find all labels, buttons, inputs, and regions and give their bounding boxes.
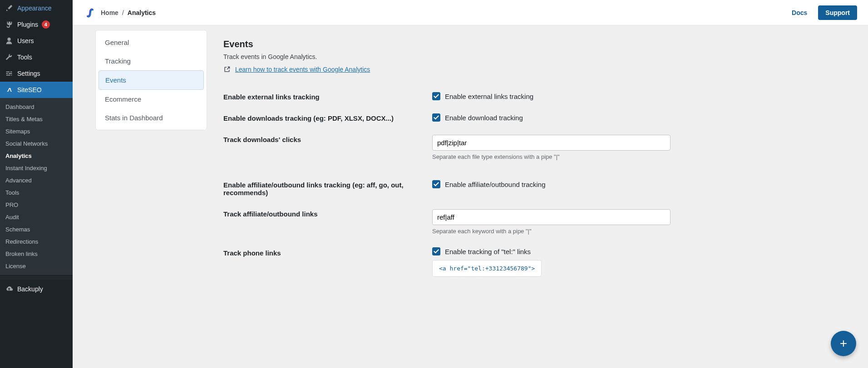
menu-separator <box>0 277 73 279</box>
submenu-analytics[interactable]: Analytics <box>0 150 73 162</box>
user-icon <box>5 36 14 45</box>
sidebar-item-label: Plugins <box>17 21 38 28</box>
field-label-external-links: Enable external links tracking <box>223 92 432 101</box>
sidebar-item-users[interactable]: Users <box>0 33 73 49</box>
sidebar-item-plugins[interactable]: Plugins 4 <box>0 16 73 33</box>
sidebar-item-backuply[interactable]: Backuply <box>0 281 73 297</box>
brush-icon <box>5 4 14 13</box>
checkbox-downloads[interactable] <box>432 113 440 122</box>
siteseo-submenu: Dashboard Titles & Metas Sitemaps Social… <box>0 98 73 275</box>
submenu-audit[interactable]: Audit <box>0 211 73 223</box>
learn-events-link[interactable]: Learn how to track events with Google An… <box>223 66 370 73</box>
checkbox-phone[interactable] <box>432 247 440 255</box>
siteseo-icon <box>5 85 14 94</box>
sidebar-item-appearance[interactable]: Appearance <box>0 0 73 16</box>
field-label-track-downloads: Track downloads' clicks <box>223 135 432 143</box>
sidebar-item-label: Backuply <box>17 285 43 293</box>
checkbox-affiliate[interactable] <box>432 180 440 188</box>
hint-track-downloads: Separate each file type extensions with … <box>432 153 845 160</box>
events-panel: Events Track events in Google Analytics.… <box>223 30 845 283</box>
field-label-affiliate: Enable affiliate/outbound links tracking… <box>223 180 432 196</box>
submenu-sitemaps[interactable]: Sitemaps <box>0 125 73 137</box>
panel-desc: Track events in Google Analytics. <box>223 53 845 60</box>
submenu-schemas[interactable]: Schemas <box>0 223 73 236</box>
analytics-tabs: General Tracking Events Ecommerce Stats … <box>95 30 207 130</box>
submenu-advanced[interactable]: Advanced <box>0 174 73 186</box>
siteseo-logo-icon <box>84 6 96 19</box>
tab-stats[interactable]: Stats in Dashboard <box>99 108 204 127</box>
submenu-indexing[interactable]: Instant Indexing <box>0 162 73 174</box>
field-label-downloads: Enable downloads tracking (eg: PDF, XLSX… <box>223 113 432 122</box>
submenu-broken[interactable]: Broken links <box>0 248 73 260</box>
external-link-icon <box>223 66 231 73</box>
sidebar-item-tools[interactable]: Tools <box>0 49 73 65</box>
fab-add-button[interactable]: + <box>831 331 856 356</box>
sidebar-item-label: Appearance <box>17 5 52 12</box>
tab-tracking[interactable]: Tracking <box>99 52 204 70</box>
checkbox-row-affiliate[interactable]: Enable affiliate/outbound tracking <box>432 180 845 188</box>
tab-events[interactable]: Events <box>99 70 204 90</box>
phone-code-example: <a href="tel:+33123456789"> <box>432 260 542 277</box>
topbar: Home / Analytics Docs Support <box>73 0 868 25</box>
docs-link[interactable]: Docs <box>792 9 807 16</box>
field-label-track-affiliate: Track affiliate/outbound links <box>223 209 432 218</box>
wrench-icon <box>5 53 14 62</box>
hint-track-affiliate: Separate each keyword with a pipe "|" <box>432 228 845 235</box>
input-track-downloads[interactable] <box>432 135 671 151</box>
learn-events-label: Learn how to track events with Google An… <box>235 66 370 73</box>
breadcrumb-sep: / <box>122 9 124 16</box>
sidebar-item-settings[interactable]: Settings <box>0 65 73 82</box>
breadcrumb: Home / Analytics <box>101 9 156 16</box>
submenu-tools[interactable]: Tools <box>0 186 73 199</box>
input-track-affiliate[interactable] <box>432 209 671 225</box>
submenu-dashboard[interactable]: Dashboard <box>0 101 73 113</box>
sidebar-item-label: Settings <box>17 70 40 77</box>
breadcrumb-current: Analytics <box>128 9 156 16</box>
submenu-license[interactable]: License <box>0 260 73 272</box>
tab-general[interactable]: General <box>99 33 204 52</box>
submenu-social[interactable]: Social Networks <box>0 137 73 150</box>
submenu-redirections[interactable]: Redirections <box>0 236 73 248</box>
checkbox-row-phone[interactable]: Enable tracking of "tel:" links <box>432 247 845 255</box>
sidebar-item-label: Users <box>17 37 34 44</box>
submenu-pro[interactable]: PRO <box>0 199 73 211</box>
sidebar-item-label: Tools <box>17 54 32 61</box>
field-label-phone: Track phone links <box>223 247 432 257</box>
support-button[interactable]: Support <box>818 5 857 20</box>
submenu-titles[interactable]: Titles & Metas <box>0 113 73 125</box>
sidebar-item-siteseo[interactable]: SiteSEO <box>0 82 73 98</box>
breadcrumb-home[interactable]: Home <box>101 9 118 16</box>
checkbox-row-downloads[interactable]: Enable download tracking <box>432 113 845 122</box>
plug-icon <box>5 20 14 29</box>
checkbox-label-external-links: Enable external links tracking <box>445 93 533 100</box>
checkbox-label-phone: Enable tracking of "tel:" links <box>445 248 531 255</box>
sidebar-item-label: SiteSEO <box>17 86 42 93</box>
wp-admin-sidebar: Appearance Plugins 4 Users Tools Setting… <box>0 0 73 368</box>
sliders-icon <box>5 69 14 78</box>
checkbox-external-links[interactable] <box>432 92 440 100</box>
tab-ecommerce[interactable]: Ecommerce <box>99 90 204 108</box>
checkbox-label-downloads: Enable download tracking <box>445 114 523 122</box>
panel-title: Events <box>223 39 845 49</box>
checkbox-row-external-links[interactable]: Enable external links tracking <box>432 92 845 100</box>
plugins-update-badge: 4 <box>42 20 50 29</box>
cloud-icon <box>5 285 14 294</box>
checkbox-label-affiliate: Enable affiliate/outbound tracking <box>445 181 546 188</box>
